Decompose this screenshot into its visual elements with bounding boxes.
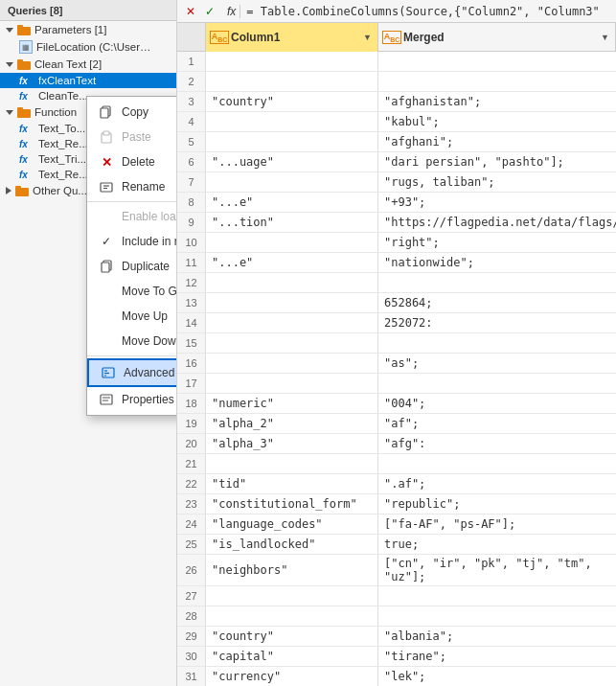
paste-icon [99,129,114,145]
table-row[interactable]: 9"...tion""https://flagpedia.net/data/fl… [177,213,616,233]
cell-col1 [206,354,378,373]
svg-rect-1 [17,25,23,29]
table-row[interactable]: 20"alpha_3""afg": [177,434,616,454]
menu-item-copy[interactable]: Copy [87,100,177,125]
row-number: 13 [177,293,206,312]
table-row[interactable]: 17 [177,374,616,394]
table-row[interactable]: 7"rugs, taliban"; [177,172,616,193]
cell-col1: "language_codes" [206,514,378,534]
menu-item-move-down[interactable]: Move Down [87,329,177,354]
menu-item-advanced-editor[interactable]: Advanced Editor [87,358,177,387]
col-dropdown-icon-merged[interactable]: ▼ [601,33,609,42]
row-number: 15 [177,333,206,353]
column-header-merged[interactable]: ABC Merged ▼ [378,23,616,52]
table-row[interactable]: 15 [177,333,616,354]
menu-item-paste[interactable]: Paste [87,125,177,149]
fx-icon: fx [19,91,34,102]
table-row[interactable]: 23"constitutional_form""republic"; [177,494,616,514]
row-number: 17 [177,374,206,393]
cell-col1 [206,273,378,292]
menu-item-move-up[interactable]: Move Up [87,304,177,329]
table-row[interactable]: 13652864; [177,293,616,313]
cell-col1: "...tion" [206,213,378,232]
cancel-formula-button[interactable]: ✕ [181,2,200,21]
menu-item-properties[interactable]: Properties [87,387,177,412]
table-row[interactable]: 14252072: [177,313,616,333]
cell-col1 [206,454,378,473]
menu-item-duplicate[interactable]: Duplicate [87,254,177,279]
row-number: 14 [177,313,206,332]
table-row[interactable]: 28 [177,606,616,627]
row-number: 24 [177,514,206,534]
empty-icon2 [99,284,114,299]
table-row[interactable]: 4"kabul"; [177,112,616,132]
menu-item-rename[interactable]: Rename [87,174,177,199]
table-row[interactable]: 18"numeric""004"; [177,394,616,414]
table-row[interactable]: 11"...e""nationwide"; [177,253,616,273]
svg-rect-16 [102,263,109,272]
cell-merged: "dari persian", "pashto"]; [378,152,616,172]
svg-rect-5 [17,107,23,111]
menu-item-include-report[interactable]: ✓ Include in report refresh [87,229,177,254]
table-row[interactable]: 31"currency""lek"; [177,667,616,686]
query-item-filelocation[interactable]: ▦ FileLocation (C:\Users\L... [0,38,176,56]
table-row[interactable]: 12 [177,273,616,293]
table-row[interactable]: 5"afghani"; [177,132,616,152]
table-row[interactable]: 19"alpha_2""af"; [177,414,616,434]
table-row[interactable]: 2 [177,72,616,92]
cell-merged [378,586,616,606]
rename-icon [99,179,114,194]
svg-rect-21 [101,395,112,404]
group-clean-text-header[interactable]: Clean Text [2] [0,56,176,73]
cell-merged: "+93"; [378,193,616,212]
menu-item-move-to-group[interactable]: Move To Group ▶ [87,279,177,304]
table-row[interactable]: 10"right"; [177,233,616,253]
table-row[interactable]: 16"as"; [177,354,616,374]
table-row[interactable]: 8"...e""+93"; [177,193,616,213]
row-number: 21 [177,454,206,473]
table-row[interactable]: 29"country""albania"; [177,627,616,647]
cell-merged: "af"; [378,414,616,433]
triangle-down-icon [6,110,13,115]
cell-col1: "country" [206,627,378,646]
table-row[interactable]: 3"country""afghanistan"; [177,92,616,112]
table-row[interactable]: 25"is_landlocked"true; [177,535,616,555]
cell-col1: "...uage" [206,152,378,172]
row-number: 16 [177,354,206,373]
svg-rect-12 [101,183,112,192]
table-row[interactable]: 21 [177,454,616,474]
menu-item-enable-load[interactable]: Enable load [87,204,177,229]
row-number: 2 [177,72,206,91]
table-row[interactable]: 27 [177,586,616,606]
row-number: 6 [177,152,206,172]
cell-col1 [206,72,378,91]
queries-panel: Queries [8] Parameters [1] ▦ FileLo [0,0,177,686]
confirm-formula-button[interactable]: ✓ [200,2,219,21]
table-row[interactable]: 22"tid"".af"; [177,474,616,494]
cell-merged: "nationwide"; [378,253,616,272]
table-row[interactable]: 26"neighbors"["cn", "ir", "pk", "tj", "t… [177,555,616,586]
column-header-col1[interactable]: ABC Column1 ▼ [206,23,378,52]
svg-rect-9 [101,108,108,118]
col-dropdown-icon[interactable]: ▼ [363,33,372,42]
group-parameters-header[interactable]: Parameters [1] [0,21,176,38]
table-row[interactable]: 30"capital""tirane"; [177,647,616,667]
cell-col1 [206,172,378,192]
row-number: 30 [177,647,206,666]
cell-merged: "rugs, taliban"; [378,172,616,192]
formula-buttons: ✕ ✓ [181,2,219,21]
table-row[interactable]: 24"language_codes"["fa-AF", "ps-AF"]; [177,514,616,535]
cell-col1 [206,586,378,606]
folder-icon [15,185,29,196]
cell-col1: "alpha_2" [206,414,378,433]
table-row[interactable]: 1 [177,52,616,72]
cell-merged [378,52,616,71]
cell-merged: "lek"; [378,667,616,686]
fx-icon: fx [19,170,34,180]
empty-icon4 [99,333,114,349]
cell-merged [378,606,616,626]
query-item-fxcleantext[interactable]: fx fxCleanText [0,73,176,88]
table-row[interactable]: 6"...uage""dari persian", "pashto"]; [177,152,616,172]
menu-item-delete[interactable]: ✕ Delete [87,149,177,174]
cell-merged: "as"; [378,354,616,373]
